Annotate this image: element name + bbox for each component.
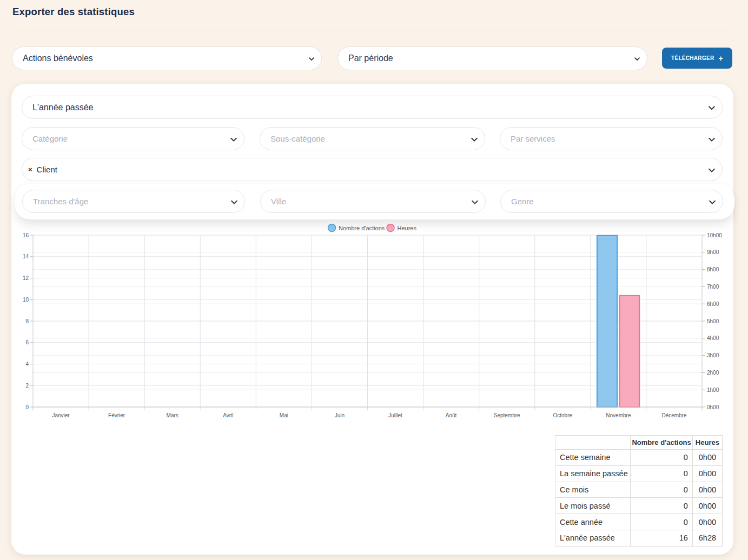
svg-text:Septembre: Septembre [494, 412, 520, 418]
svg-text:1h00: 1h00 [707, 387, 719, 393]
svg-text:6: 6 [25, 339, 29, 345]
svg-text:Février: Février [108, 412, 125, 418]
svg-text:9h00: 9h00 [707, 249, 719, 255]
svg-text:16: 16 [23, 232, 29, 238]
svg-text:14: 14 [23, 254, 29, 259]
svg-text:Mars: Mars [167, 412, 178, 418]
svg-text:7h00: 7h00 [707, 284, 719, 290]
svg-text:10h00: 10h00 [707, 232, 722, 238]
svg-text:Heures: Heures [398, 225, 417, 231]
svg-text:Juin: Juin [335, 412, 345, 418]
svg-text:12: 12 [23, 275, 29, 281]
svg-text:Nombre d'actions: Nombre d'actions [339, 225, 385, 231]
svg-text:8: 8 [25, 318, 29, 324]
svg-text:Octobre: Octobre [553, 412, 573, 418]
svg-text:2h00: 2h00 [707, 370, 719, 376]
svg-text:Janvier: Janvier [52, 412, 70, 418]
svg-text:2: 2 [25, 383, 29, 389]
svg-text:Novembre: Novembre [606, 412, 631, 418]
svg-text:3h00: 3h00 [707, 352, 719, 358]
svg-text:5h00: 5h00 [707, 318, 719, 324]
svg-text:Juillet: Juillet [388, 412, 402, 418]
svg-text:0: 0 [25, 404, 29, 410]
svg-text:8h00: 8h00 [707, 266, 719, 272]
svg-text:4h00: 4h00 [707, 335, 719, 341]
svg-text:Mai: Mai [280, 412, 288, 418]
svg-text:4: 4 [25, 361, 29, 367]
svg-text:Avril: Avril [223, 412, 233, 418]
svg-text:10: 10 [23, 297, 29, 303]
svg-text:6h00: 6h00 [707, 301, 719, 307]
svg-text:Août: Août [446, 412, 457, 418]
svg-text:Décembre: Décembre [661, 412, 687, 418]
svg-text:0h00: 0h00 [707, 404, 719, 410]
